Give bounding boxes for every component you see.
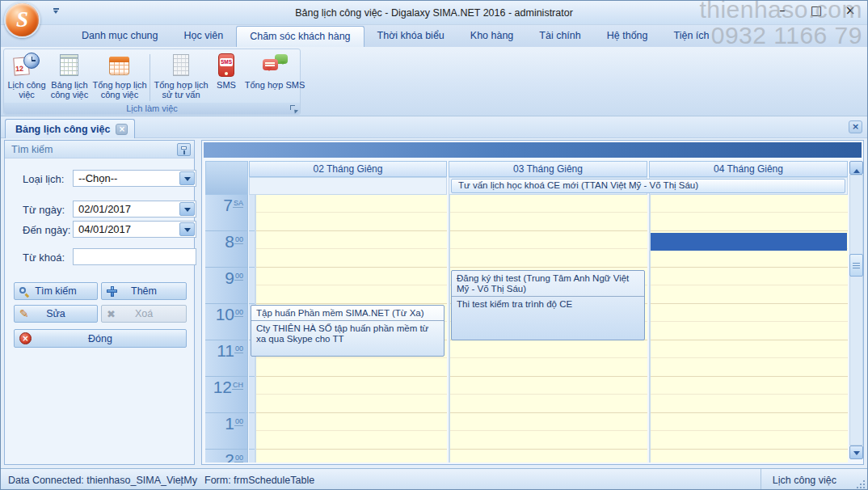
minimize-button[interactable]: –	[775, 4, 790, 19]
status-separator: |	[180, 475, 183, 486]
tu-ngay-datepicker[interactable]: 02/01/2017	[73, 201, 196, 218]
pin-icon[interactable]	[177, 143, 191, 156]
hour-label: 900	[205, 268, 247, 304]
hour-label: 200	[205, 450, 247, 463]
orange-calendar-icon	[106, 53, 133, 78]
den-ngay-label: Đến ngày:	[23, 224, 70, 236]
scroll-up-icon[interactable]	[849, 161, 863, 175]
bang-lich-cong-viec-button[interactable]: Bảng lịch công việc	[48, 51, 91, 99]
chevron-down-icon[interactable]	[179, 202, 195, 216]
event-tap-huan[interactable]: Tập huấn Phần mềm SIMA.NET (Từ Xa) Cty T…	[251, 305, 445, 357]
close-circle-icon: ×	[19, 332, 32, 344]
document-tab-close-icon[interactable]: ×	[116, 124, 128, 135]
window-title: Bảng lịch công việc - Digalaxy SIMA.NET …	[1, 7, 867, 19]
tu-khoa-label: Từ khoá:	[23, 251, 65, 264]
tong-hop-lich-cong-viec-button[interactable]: Tổng hợp lịch công việc	[91, 51, 148, 99]
button-label: Tìm kiếm	[35, 285, 76, 297]
time-gutter: 7SA 800 900 1000 1100 12CH 100 200	[205, 195, 248, 463]
tu-ngay-label: Từ ngày:	[23, 204, 65, 216]
loai-lich-value: --Chọn--	[78, 172, 117, 184]
document-tab-label: Bảng lịch công việc	[15, 124, 110, 135]
den-ngay-datepicker[interactable]: 04/01/2017	[73, 221, 196, 238]
tu-ngay-value: 02/01/2017	[78, 203, 131, 215]
search-panel: Tìm kiếm Loại lịch: --Chọn-- Từ ngày: 02…	[4, 140, 195, 465]
pencil-icon: ✎	[19, 307, 29, 320]
vertical-scrollbar-track[interactable]	[849, 175, 863, 446]
document-tab-strip: Bảng lịch công việc × ×	[1, 116, 867, 138]
status-bar: Data Connected: thienhaso_SIMA_VietMy | …	[1, 468, 867, 490]
them-button[interactable]: Thêm	[101, 282, 187, 300]
button-label: Đóng	[88, 333, 112, 344]
chevron-down-icon[interactable]	[179, 222, 195, 236]
ribbon-tab-tien-ich[interactable]: Tiện ích	[660, 25, 722, 47]
tong-hop-lich-su-tu-van-button[interactable]: Tổng hợp lịch sử tư vấn	[152, 51, 210, 99]
chevron-down-icon[interactable]	[179, 171, 195, 185]
event-title: Tập huấn Phần mềm SIMA.NET (Từ Xa)	[251, 306, 444, 321]
loai-lich-label: Loại lịch:	[23, 173, 64, 185]
scrollbar-thumb[interactable]	[849, 254, 863, 277]
ribbon-group-lich-lam-viec: 12 Lịch công việc Bảng lịch công việc Tổ…	[3, 49, 301, 115]
button-label: Bảng lịch công việc	[48, 80, 91, 99]
ribbon-tab-danh-muc-chung[interactable]: Danh mục chung	[69, 25, 171, 47]
day-header-04[interactable]: 04 Tháng Giêng	[649, 161, 848, 177]
gray-sheet-icon	[167, 53, 195, 78]
scroll-down-icon[interactable]	[849, 446, 863, 459]
ribbon-tab-kho-hang[interactable]: Kho hàng	[457, 25, 527, 47]
time-gutter-header	[205, 161, 248, 195]
hour-label: 1100	[205, 340, 247, 377]
ribbon-tab-strip: Danh mục chung Học viên Chăm sóc khách h…	[1, 25, 867, 47]
event-dang-ky-thi-test[interactable]: Đăng ký thi test (Trung Tâm Anh Ngữ Việt…	[451, 270, 645, 340]
sua-button[interactable]: ✎ Sửa	[14, 305, 98, 323]
dong-button[interactable]: × Đóng	[14, 329, 187, 348]
button-label: Tổng hợp lịch sử tư vấn	[152, 80, 210, 99]
ribbon-separator	[150, 54, 150, 101]
ribbon-tab-cham-soc-khach-hang[interactable]: Chăm sóc khách hàng	[236, 26, 364, 47]
ribbon-tab-he-thong[interactable]: Hệ thống	[594, 25, 661, 47]
ribbon-body: 12 Lịch công việc Bảng lịch công việc Tổ…	[1, 47, 867, 116]
selected-time-slot[interactable]	[651, 233, 847, 251]
ribbon-tab-hoc-vien[interactable]: Học viên	[171, 25, 237, 47]
plus-icon	[107, 286, 117, 297]
resize-grip[interactable]	[855, 479, 865, 488]
loai-lich-select[interactable]: --Chọn--	[73, 170, 196, 187]
document-tab-bang-lich-cong-viec[interactable]: Bảng lịch công việc ×	[5, 119, 135, 138]
ribbon-button-row: 12 Lịch công việc Bảng lịch công việc Tổ…	[6, 51, 307, 103]
button-label: Tổng hợp SMS	[245, 80, 305, 90]
tab-strip-close-button[interactable]: ×	[849, 120, 862, 133]
event-body: Thi test kiểm tra trình độ CE	[452, 297, 644, 310]
tim-kiem-button[interactable]: Tìm kiếm	[14, 282, 98, 300]
search-panel-header: Tìm kiếm	[5, 141, 194, 158]
lich-cong-viec-button[interactable]: 12 Lịch công việc	[6, 51, 48, 99]
close-button[interactable]: ×	[843, 4, 857, 19]
ribbon-tab-thoi-khoa-bieu[interactable]: Thời khóa biểu	[364, 25, 457, 47]
day-header-03[interactable]: 03 Tháng Giêng	[449, 161, 647, 177]
dialog-launcher-icon[interactable]	[290, 105, 297, 112]
hour-label: 1000	[205, 304, 247, 340]
button-label: Sửa	[46, 308, 65, 319]
sms-button[interactable]: SMS SMS	[210, 51, 242, 90]
connection-status: Data Connected: thienhaso_SIMA_VietMy	[8, 475, 197, 486]
scheduler: 02 Tháng Giêng 03 Tháng Giêng 04 Tháng G…	[201, 140, 864, 465]
app-menu-button[interactable]: S	[4, 2, 40, 38]
maximize-button[interactable]: □	[809, 4, 824, 19]
quick-access-dropdown-icon[interactable]	[51, 8, 61, 16]
button-label: Tổng hợp lịch công việc	[91, 80, 148, 99]
button-label: Thêm	[131, 285, 157, 297]
hour-label: 800	[205, 231, 247, 268]
tong-hop-sms-button[interactable]: Tổng hợp SMS	[242, 51, 307, 90]
hour-label: 7SA	[205, 195, 247, 231]
tu-khoa-input[interactable]	[73, 248, 196, 265]
allday-cell[interactable]	[249, 177, 447, 195]
x-icon: ✖	[107, 308, 116, 320]
ribbon-tab-tai-chinh[interactable]: Tài chính	[526, 25, 593, 47]
sms-phone-icon: SMS	[213, 53, 240, 78]
status-panel-right: Lịch công việc	[761, 469, 845, 490]
allday-event[interactable]: Tư vấn lịch học khoá CE mới (TTAN Việt M…	[451, 179, 845, 193]
button-label: Xoá	[135, 308, 153, 319]
hour-label: 12CH	[205, 377, 247, 413]
hour-label: 100	[205, 413, 247, 450]
app-window: Bảng lịch công việc - Digalaxy SIMA.NET …	[0, 0, 868, 490]
day-header-02[interactable]: 02 Tháng Giêng	[249, 161, 447, 177]
time-grid: 7SA 800 900 1000 1100 12CH 100 200 Tập h…	[205, 195, 848, 463]
ribbon-group-label: Lịch làm việc	[4, 103, 300, 114]
